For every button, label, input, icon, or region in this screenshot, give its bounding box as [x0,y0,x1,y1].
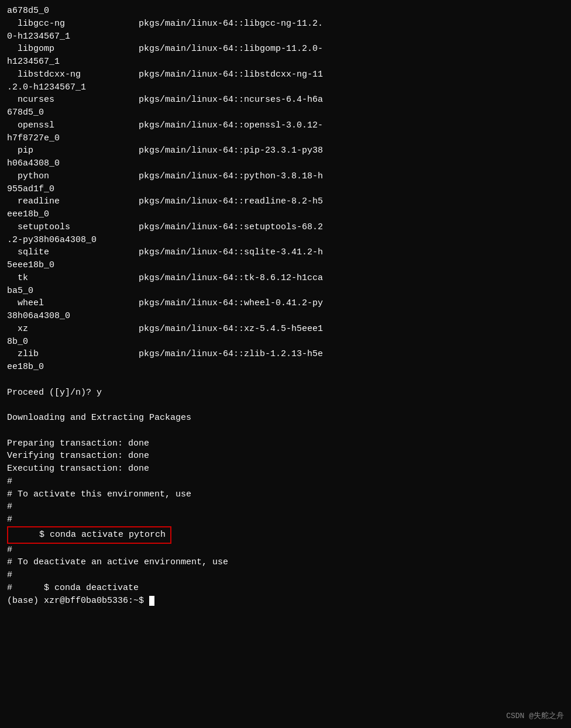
terminal-window: a678d5_0 libgcc-ng pkgs/main/linux-64::l… [0,0,571,728]
terminal-prompt-line: (base) xzr@bff0ba0b5336:~$ [7,595,564,608]
conda-activate-command: $ conda activate pytorch [7,526,171,544]
terminal-cursor [149,596,154,606]
terminal-prompt: (base) xzr@bff0ba0b5336:~$ [7,596,149,606]
terminal-highlight-section: # $ conda activate pytorch [7,513,564,544]
terminal-output-after: # # To deactivate an active environment,… [7,544,564,595]
terminal-output-before: a678d5_0 libgcc-ng pkgs/main/linux-64::l… [7,5,564,513]
watermark: CSDN @失舵之舟 [506,710,564,721]
